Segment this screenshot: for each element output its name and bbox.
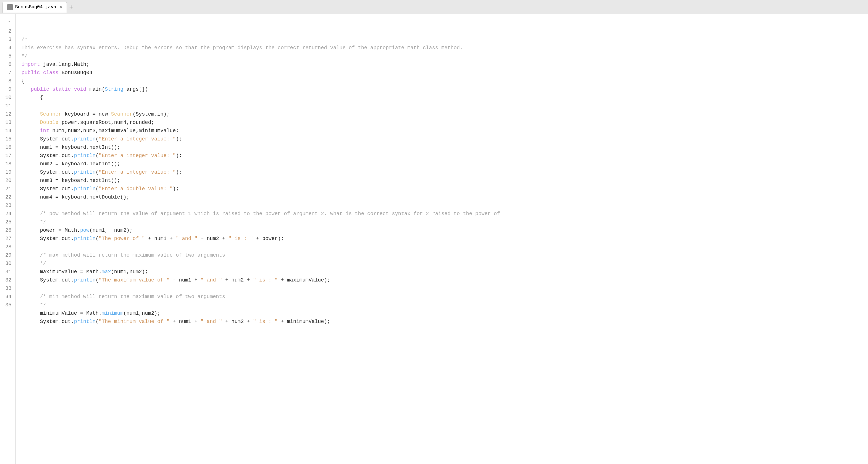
code-token: (num1,num2); <box>111 269 148 274</box>
code-line: System.out.println("Enter a integer valu… <box>22 152 862 160</box>
line-number: 21 <box>0 185 16 193</box>
code-line: public class BonusBug04 <box>22 69 862 77</box>
code-token: println <box>74 277 96 283</box>
code-token: (num1,num2); <box>123 310 160 316</box>
code-token: + num1 + <box>145 236 176 241</box>
line-number: 34 <box>0 293 16 301</box>
file-tab[interactable]: BonusBug04.java × <box>2 2 67 12</box>
line-number: 30 <box>0 259 16 268</box>
line-number: 29 <box>0 251 16 259</box>
code-token: public <box>22 70 40 76</box>
code-token: */ <box>22 53 28 59</box>
code-token: void <box>74 86 86 92</box>
line-number: 9 <box>0 85 16 93</box>
code-token: num1 = keyboard.nextInt(); <box>22 144 120 150</box>
code-token: System.out. <box>22 169 74 175</box>
code-token: class <box>43 70 59 76</box>
code-token: " and " <box>200 319 222 324</box>
code-token: println <box>74 186 96 192</box>
line-number: 3 <box>0 35 16 44</box>
code-token: pow <box>80 227 89 233</box>
new-tab-button[interactable]: + <box>67 2 75 12</box>
code-token: keyboard = new <box>61 111 111 117</box>
code-token: System.out. <box>22 153 74 158</box>
code-token: " is : " <box>253 319 278 324</box>
code-token: System.out. <box>22 186 74 192</box>
code-token: static <box>52 86 71 92</box>
code-token: "Enter a integer value: " <box>99 169 176 175</box>
line-number: 20 <box>0 176 16 185</box>
code-token: */ <box>22 219 46 225</box>
code-token: /* <box>22 37 28 42</box>
code-line: */ <box>22 52 862 60</box>
code-token: (num1, num2); <box>89 227 133 233</box>
code-token: " is : " <box>253 277 278 283</box>
code-line: { <box>22 93 862 102</box>
code-token: " and " <box>176 236 197 241</box>
tab-close-button[interactable]: × <box>60 5 62 9</box>
line-number: 8 <box>0 77 16 85</box>
code-token: Scanner <box>40 111 62 117</box>
code-token: ( <box>95 186 99 192</box>
code-token: { <box>22 78 25 84</box>
code-token: Double <box>40 120 59 125</box>
code-token: ( <box>95 169 99 175</box>
code-token: ( <box>95 136 99 142</box>
code-line: */ <box>22 218 862 226</box>
line-number: 19 <box>0 168 16 176</box>
line-number: 26 <box>0 226 16 235</box>
code-token: /* max method will return the maximum va… <box>22 252 225 258</box>
code-line: public static void main(String args[]) <box>22 85 862 93</box>
line-number: 10 <box>0 93 16 102</box>
code-line <box>22 243 862 251</box>
code-token: maximumvalue = Math. <box>22 269 102 274</box>
code-token: System.out. <box>22 236 74 241</box>
code-line: num2 = keyboard.nextInt(); <box>22 160 862 168</box>
code-token: println <box>74 236 96 241</box>
code-token: main( <box>86 86 105 92</box>
line-number: 11 <box>0 102 16 110</box>
code-line: /* <box>22 35 862 44</box>
code-token: + maximumValue); <box>278 277 331 283</box>
code-line: System.out.println("Enter a integer valu… <box>22 168 862 176</box>
code-token: ( <box>95 277 99 283</box>
code-token <box>22 128 40 134</box>
code-token: "Enter a integer value: " <box>99 136 176 142</box>
code-token: java.lang.Math; <box>40 61 89 67</box>
line-number: 7 <box>0 69 16 77</box>
line-number: 6 <box>0 60 16 69</box>
code-token: + num2 + <box>222 319 253 324</box>
code-token: "The power of " <box>99 236 145 241</box>
code-line: minimumValue = Math.minimum(num1,num2); <box>22 309 862 318</box>
line-number: 18 <box>0 160 16 168</box>
code-token: */ <box>22 261 46 266</box>
code-token: String <box>105 86 123 92</box>
code-token: Scanner <box>111 111 133 117</box>
code-token <box>40 70 43 76</box>
code-token: + power); <box>253 236 284 241</box>
line-number: 1 <box>0 19 16 27</box>
line-numbers: 1234567891011121314151617181920212223242… <box>0 14 16 464</box>
code-line: int num1,num2,num3,maximumValue,minimumV… <box>22 127 862 135</box>
code-editor[interactable]: /*This exercise has syntax errors. Debug… <box>16 14 868 464</box>
code-line: Scanner keyboard = new Scanner(System.in… <box>22 110 862 118</box>
line-number: 5 <box>0 52 16 60</box>
code-token: public <box>31 86 49 92</box>
code-token: System.out. <box>22 277 74 283</box>
line-number: 16 <box>0 143 16 152</box>
code-line <box>22 201 862 210</box>
code-token: + num2 + <box>197 236 228 241</box>
code-token <box>22 86 31 92</box>
line-number: 22 <box>0 193 16 201</box>
code-token: println <box>74 319 96 324</box>
code-token: power = Math. <box>22 227 80 233</box>
code-token: num3 = keyboard.nextInt(); <box>22 178 120 183</box>
code-token: This exercise has syntax errors. Debug t… <box>22 45 463 51</box>
code-token: minimum <box>102 310 123 316</box>
code-line: num3 = keyboard.nextInt(); <box>22 176 862 185</box>
code-token <box>71 86 74 92</box>
code-token: ( <box>95 236 99 241</box>
code-token: args[]) <box>123 86 148 92</box>
code-line: import java.lang.Math; <box>22 60 862 69</box>
code-line: System.out.println("The maximum value of… <box>22 276 862 284</box>
